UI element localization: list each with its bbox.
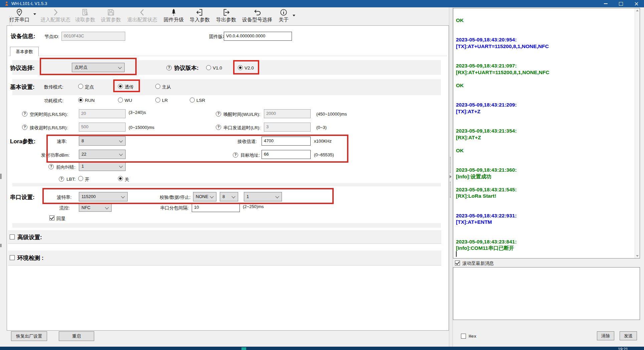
help-icon[interactable] — [216, 125, 221, 130]
scroll-down-arrow[interactable] — [636, 255, 639, 257]
toolbar-about-button[interactable]: 关于 — [276, 8, 291, 23]
toolbar-export-params-button[interactable]: 导出参数 — [213, 8, 239, 23]
log-line — [456, 49, 634, 56]
wake-time-field[interactable]: 2000 — [264, 109, 311, 118]
radio-mode-master[interactable] — [155, 84, 160, 89]
close-button[interactable] — [629, 0, 644, 7]
flow-control-select[interactable]: NFC — [79, 203, 112, 212]
help-icon[interactable] — [48, 164, 54, 169]
radio-lsr-label[interactable]: LSR — [196, 98, 205, 103]
power-mode-label: 功耗模式: — [44, 98, 63, 104]
toolbar-set-params-button[interactable]: 设置参数 — [98, 8, 124, 23]
advanced-label[interactable]: 高级设置: — [17, 233, 42, 241]
protocol-select[interactable]: 点对点 — [72, 63, 125, 72]
radio-v2[interactable] — [238, 65, 243, 70]
toolbar-label: 进入配置状态 — [39, 17, 71, 23]
firmware-field[interactable]: V0.0.4.000000.0000 — [224, 32, 292, 41]
databits-select[interactable]: 8 — [220, 192, 238, 201]
factory-reset-button[interactable]: 恢复出厂设置 — [11, 331, 47, 341]
baud-select[interactable]: 115200 — [79, 192, 128, 201]
help-icon[interactable] — [233, 152, 238, 158]
packet-interval-field[interactable]: 10 — [192, 203, 240, 212]
rx-channel-field[interactable]: 4700 — [262, 137, 311, 146]
restart-button[interactable]: 重启 — [59, 331, 94, 341]
toolbar-model-select-button[interactable]: 设备型号选择 — [241, 8, 273, 23]
maximize-button[interactable] — [613, 0, 629, 7]
echo-label[interactable]: 回显 — [56, 216, 65, 222]
radio-lbt-off-label[interactable]: 关 — [125, 177, 129, 183]
help-icon[interactable] — [216, 111, 221, 117]
advanced-checkbox[interactable] — [10, 234, 15, 239]
radio-mode-master-label[interactable]: 主从 — [162, 84, 171, 90]
scroll-up-arrow[interactable] — [636, 10, 639, 11]
send-button[interactable]: 发送 — [620, 331, 637, 340]
radio-v2-label[interactable]: V2.0 — [245, 65, 254, 70]
radio-wu[interactable] — [118, 98, 123, 103]
toolbar-enter-config-button[interactable]: 进入配置状态 — [39, 8, 71, 23]
radio-lbt-off[interactable] — [118, 176, 123, 181]
about-dropdown-caret[interactable] — [293, 15, 295, 16]
toolbar-label: 导入参数 — [187, 17, 212, 23]
rx-timeout-range: (0~15000)ms — [129, 125, 154, 130]
log-output[interactable]: OK 2023-05-09,18:43:20:954: [TX]:AT+UART… — [453, 8, 640, 258]
radio-lr[interactable] — [155, 98, 160, 103]
echo-checkbox[interactable] — [49, 215, 54, 220]
target-address-field[interactable]: 66 — [262, 150, 311, 159]
left-splitter-mark — [0, 174, 2, 179]
send-input[interactable] — [453, 267, 640, 320]
hex-checkbox[interactable] — [461, 334, 466, 339]
autoscroll-checkbox[interactable] — [455, 260, 460, 266]
stopbits-select[interactable]: 1 — [244, 192, 282, 201]
radio-lbt-on-label[interactable]: 开 — [85, 177, 90, 183]
fec-select[interactable]: 1 — [79, 162, 126, 171]
radio-run[interactable] — [78, 98, 83, 103]
node-id-field[interactable]: 0010F43C — [61, 32, 125, 41]
radio-mode-fixed-label[interactable]: 定点 — [85, 84, 94, 90]
radio-run-label[interactable]: RUN — [85, 98, 95, 103]
tab-basic-params[interactable]: 基本参数 — [10, 47, 39, 56]
hex-label[interactable]: Hex — [469, 334, 476, 339]
radio-v1[interactable] — [206, 65, 211, 70]
rx-timeout-field[interactable]: 500 — [79, 123, 126, 132]
toolbar-open-port-button[interactable]: 打开串口 — [7, 8, 32, 23]
serial-tx-timeout-field[interactable]: 3 — [264, 123, 311, 132]
radio-lr-label[interactable]: LR — [162, 98, 168, 103]
radio-mode-fixed[interactable] — [78, 84, 83, 89]
toolbar-import-params-button[interactable]: 导入参数 — [187, 8, 212, 23]
radio-v1-label[interactable]: V1.0 — [213, 65, 222, 70]
minimize-button[interactable] — [598, 0, 613, 7]
parity-select[interactable]: NONE — [193, 192, 216, 201]
wake-time-label: 唤醒时间(WU/LR): — [223, 112, 260, 118]
environment-checkbox[interactable] — [10, 255, 15, 260]
environment-band — [8, 250, 441, 266]
toolbar-firmware-upgrade-button[interactable]: 固件升级 — [161, 8, 186, 23]
log-line — [456, 115, 634, 121]
splitter-collapse-arrow[interactable] — [450, 175, 452, 178]
idle-time-field[interactable]: 20 — [79, 109, 126, 118]
autoscroll-label[interactable]: 滚动至最新消息 — [462, 260, 494, 267]
toolbar-label: 固件升级 — [161, 17, 186, 23]
clear-button[interactable]: 清除 — [597, 331, 614, 340]
radio-lbt-on[interactable] — [78, 176, 83, 181]
toolbar-read-params-button[interactable]: 读取参数 — [72, 8, 98, 23]
toolbar-exit-config-button[interactable]: 退出配置状态 — [126, 8, 158, 23]
open-port-dropdown-caret[interactable] — [33, 13, 36, 15]
help-icon[interactable] — [22, 125, 27, 130]
radio-mode-transparent[interactable] — [118, 84, 123, 89]
log-line: OK — [456, 82, 634, 89]
radio-lsr[interactable] — [190, 98, 195, 103]
panel-splitter[interactable] — [449, 7, 453, 347]
radio-wu-label[interactable]: WU — [125, 98, 132, 103]
radio-mode-transparent-label[interactable]: 透传 — [125, 84, 134, 90]
help-icon[interactable] — [22, 111, 27, 117]
taskbar-app-icon[interactable] — [241, 347, 246, 350]
help-icon[interactable] — [59, 176, 64, 182]
rate-select[interactable]: 8 — [79, 136, 126, 146]
log-scrollbar[interactable] — [635, 8, 640, 258]
parity-data-stop-label: 校验/数据/停止: — [160, 194, 190, 200]
tx-power-select[interactable]: 22 — [79, 150, 126, 159]
help-icon[interactable] — [166, 65, 172, 70]
environment-label[interactable]: 环境检测 : — [17, 254, 43, 262]
lbt-label: LBT: — [66, 177, 75, 182]
device-info-title: 设备信息: — [11, 32, 35, 40]
